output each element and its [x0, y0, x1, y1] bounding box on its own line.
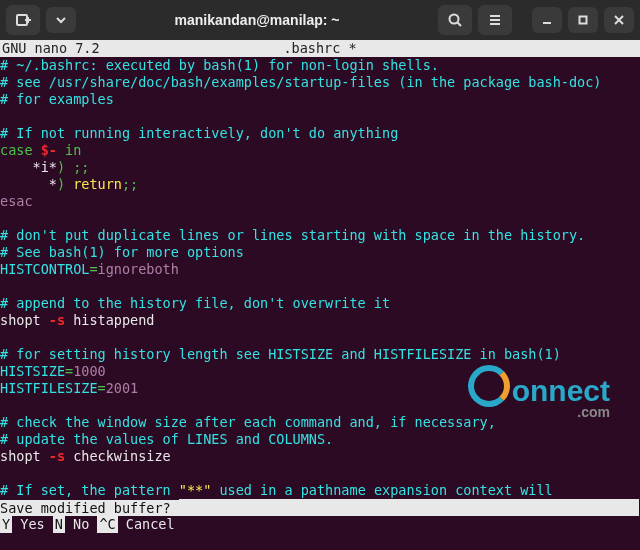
svg-point-3: [450, 15, 459, 24]
cancel-label: Cancel: [118, 516, 175, 532]
no-key[interactable]: N: [53, 516, 65, 533]
svg-rect-9: [580, 17, 587, 24]
nano-filename: .bashrc: [283, 40, 340, 56]
nano-header: GNU nano 7.2 .bashrc *: [0, 40, 640, 57]
yes-key[interactable]: Y: [0, 516, 12, 533]
maximize-button[interactable]: [568, 7, 598, 33]
titlebar: manikandan@manilap: ~: [0, 0, 640, 40]
new-tab-button[interactable]: [6, 5, 40, 35]
menu-button[interactable]: [478, 5, 512, 35]
close-button[interactable]: [604, 7, 634, 33]
window-controls: [532, 7, 634, 33]
file-content: # ~/.bashrc: executed by bash(1) for non…: [0, 57, 640, 499]
modified-indicator: *: [348, 40, 356, 56]
minimize-button[interactable]: [532, 7, 562, 33]
search-button[interactable]: [438, 5, 472, 35]
window-title: manikandan@manilap: ~: [82, 12, 432, 28]
svg-line-4: [458, 23, 462, 27]
cancel-key[interactable]: ^C: [97, 516, 117, 533]
prompt-options: Y Yes N No ^C Cancel: [0, 516, 640, 533]
nano-version: GNU nano 7.2: [2, 40, 100, 57]
save-prompt: Save modified buffer?: [0, 499, 640, 516]
terminal-editor[interactable]: GNU nano 7.2 .bashrc * # ~/.bashrc: exec…: [0, 40, 640, 550]
no-label: No: [65, 516, 89, 532]
prompt-question: Save modified buffer?: [0, 500, 179, 516]
tab-dropdown-button[interactable]: [46, 7, 76, 33]
yes-label: Yes: [12, 516, 45, 532]
